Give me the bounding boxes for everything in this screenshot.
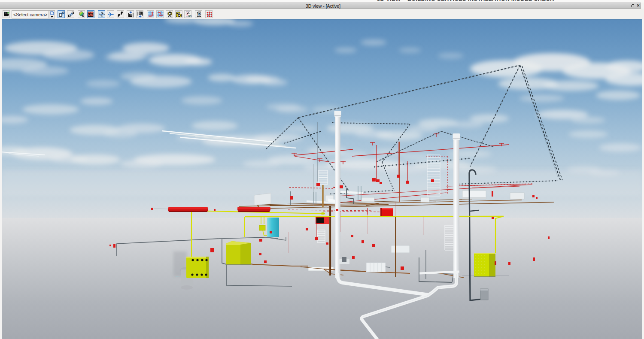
svg-text:3D: 3D [197, 13, 201, 16]
svg-text:3D: 3D [188, 15, 191, 18]
